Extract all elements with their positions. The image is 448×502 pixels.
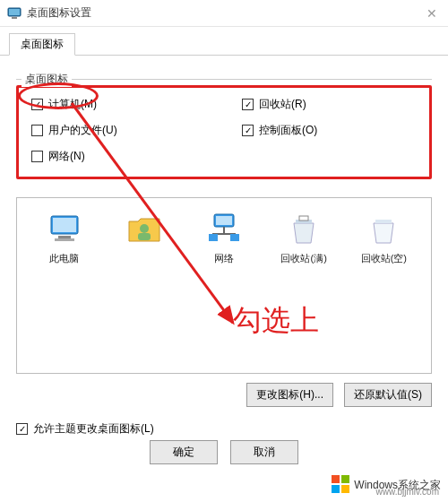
watermark-url: www.bjjmlv.com	[376, 487, 439, 497]
checkbox-control-panel[interactable]: 控制面板(O)	[242, 123, 417, 138]
checkbox-box-icon	[31, 151, 43, 162]
svg-rect-13	[209, 234, 218, 241]
preview-this-pc[interactable]: 此电脑	[32, 211, 97, 265]
close-button[interactable]: ✕	[423, 4, 441, 22]
recycle-full-icon	[285, 211, 323, 248]
checkbox-box-icon	[31, 99, 43, 110]
svg-rect-18	[332, 475, 340, 483]
this-pc-icon	[46, 211, 83, 248]
annotation-text: 勾选上	[233, 301, 319, 341]
svg-rect-21	[341, 485, 349, 493]
titlebar: 桌面图标设置 ✕	[0, 0, 448, 27]
checkbox-box-icon	[242, 125, 254, 136]
watermark: Windows系统之家 www.bjjmlv.com	[331, 474, 441, 497]
highlight-rectangle: 计算机(M) 回收站(R) 用户的文件(U) 控制面板(O) 网络(N)	[16, 85, 432, 179]
svg-rect-19	[341, 475, 349, 483]
tab-strip: 桌面图标	[0, 32, 448, 56]
group-desktop-icons: 桌面图标 计算机(M) 回收站(R) 用户的文件(U) 控制面板(O)	[16, 79, 432, 179]
windows-logo-icon	[331, 474, 350, 497]
preview-label: 回收站(空)	[361, 252, 407, 265]
checkbox-computer[interactable]: 计算机(M)	[31, 97, 206, 112]
restore-default-button[interactable]: 还原默认值(S)	[344, 383, 432, 407]
tab-desktop-icons[interactable]: 桌面图标	[9, 33, 75, 56]
svg-rect-15	[299, 216, 308, 221]
svg-rect-4	[53, 218, 76, 232]
svg-rect-5	[58, 236, 71, 238]
icon-preview-box: 此电脑	[16, 197, 432, 374]
icon-button-row: 更改图标(H)... 还原默认值(S)	[16, 383, 432, 407]
preview-label: 此电脑	[49, 252, 79, 265]
network-icon	[205, 211, 243, 248]
dialog-button-row: 确定 取消	[0, 440, 448, 464]
preview-network[interactable]: 网络	[192, 211, 256, 265]
svg-rect-20	[332, 485, 340, 493]
preview-label: 回收站(满)	[280, 252, 326, 265]
checkbox-user-files[interactable]: 用户的文件(U)	[31, 123, 206, 138]
svg-rect-2	[12, 17, 17, 19]
checkbox-label: 用户的文件(U)	[48, 123, 117, 138]
checkbox-label: 网络(N)	[48, 149, 85, 164]
checkbox-recycle-bin[interactable]: 回收站(R)	[242, 97, 417, 112]
preview-user-files[interactable]	[112, 211, 177, 265]
svg-point-7	[140, 224, 149, 233]
panel: 桌面图标 计算机(M) 回收站(R) 用户的文件(U) 控制面板(O)	[0, 56, 448, 437]
preview-recycle-empty[interactable]: 回收站(空)	[351, 211, 416, 265]
cancel-button[interactable]: 取消	[230, 440, 298, 464]
preview-recycle-full[interactable]: 回收站(满)	[271, 211, 336, 265]
preview-empty-area	[24, 265, 424, 364]
checkbox-box-icon	[242, 99, 254, 110]
group-legend: 桌面图标	[22, 72, 72, 87]
user-folder-icon	[125, 211, 163, 248]
checkbox-allow-theme[interactable]: 允许主题更改桌面图标(L)	[16, 421, 432, 437]
window-title: 桌面图标设置	[27, 5, 423, 21]
checkbox-network[interactable]: 网络(N)	[31, 149, 206, 164]
checkbox-label: 计算机(M)	[48, 97, 97, 112]
checkbox-label: 控制面板(O)	[259, 123, 317, 138]
checkbox-box-icon	[16, 423, 28, 435]
svg-rect-8	[138, 233, 151, 240]
checkbox-label: 回收站(R)	[259, 97, 306, 112]
svg-rect-14	[230, 234, 239, 241]
svg-rect-1	[9, 9, 20, 15]
change-icon-button[interactable]: 更改图标(H)...	[246, 383, 333, 407]
checkbox-label: 允许主题更改桌面图标(L)	[33, 421, 154, 437]
checkbox-box-icon	[31, 125, 43, 136]
app-icon	[7, 6, 22, 21]
ok-button[interactable]: 确定	[150, 440, 218, 464]
svg-rect-10	[216, 216, 232, 225]
preview-label: 网络	[214, 252, 234, 265]
svg-rect-6	[55, 238, 74, 241]
recycle-empty-icon	[365, 211, 402, 248]
